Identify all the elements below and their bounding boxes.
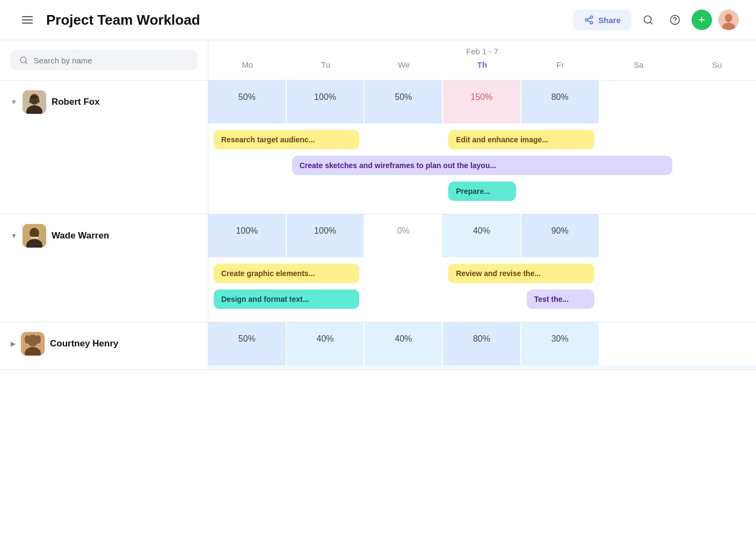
help-button[interactable]	[665, 10, 685, 30]
empty-su-1	[678, 128, 756, 151]
avatar-courtney-img	[21, 332, 45, 356]
person-row-courtney: ▶ Courtney Henry	[0, 322, 756, 365]
empty-mo-2	[208, 154, 287, 177]
task-spacer-wade	[0, 257, 208, 322]
search-box[interactable]	[11, 50, 197, 70]
wl-wade-fr: 90%	[521, 214, 600, 257]
share-icon	[584, 15, 594, 25]
chip-sketches[interactable]: Create sketches and wireframes to plan o…	[287, 154, 678, 177]
wl-robert-tu: 100%	[287, 81, 365, 124]
chip-edit[interactable]: Edit and enhance image...	[443, 128, 599, 151]
empty-su-2	[678, 154, 756, 177]
help-icon	[670, 15, 680, 25]
person-info-robert: ▼	[0, 81, 208, 124]
search-button[interactable]	[638, 10, 658, 30]
wl-courtney-fr: 30%	[521, 322, 600, 365]
task-line-wade-1: Create graphic elements... Review and re…	[208, 262, 756, 285]
wl-wade-we: 0%	[365, 214, 443, 257]
chevron-wade[interactable]: ▼	[11, 232, 17, 240]
svg-line-6	[650, 22, 652, 24]
chip-design[interactable]: Design and format text...	[208, 287, 365, 311]
empty-mo-3	[208, 179, 287, 203]
chip-graphic[interactable]: Create graphic elements...	[208, 262, 365, 285]
chevron-robert[interactable]: ▼	[11, 98, 17, 106]
task-line-robert-2: Create sketches and wireframes to plan o…	[208, 154, 756, 177]
wl-courtney-su	[678, 322, 756, 365]
workload-row-courtney: 50% 40% 40% 80% 30%	[208, 322, 756, 365]
day-we: We	[365, 58, 443, 76]
header: Project Team Workload Share +	[0, 0, 756, 40]
day-fr: Fr	[521, 58, 600, 76]
search-area	[0, 40, 208, 80]
name-robert: Robert Fox	[52, 97, 100, 107]
wl-courtney-we: 40%	[365, 322, 443, 365]
wl-wade-su	[678, 214, 756, 257]
chip-review[interactable]: Review and revise the...	[443, 262, 599, 285]
svg-rect-25	[31, 237, 38, 238]
day-su: Su	[678, 58, 756, 76]
chip-design-label: Design and format text...	[214, 290, 359, 309]
workload-row-wade: 100% 100% 0% 40% 90%	[208, 214, 756, 257]
empty-we-1	[365, 128, 443, 151]
share-button[interactable]: Share	[573, 10, 631, 30]
task-spacer-robert	[0, 124, 208, 214]
chip-research[interactable]: Research target audienc...	[208, 128, 365, 151]
tasks-robert: Research target audienc... Edit and enha…	[208, 124, 756, 214]
person-section-courtney: ▶ Courtney Henry	[0, 322, 756, 370]
share-label: Share	[598, 16, 621, 25]
svg-point-30	[35, 335, 41, 344]
empty-fr-3	[521, 179, 600, 203]
empty-sa-1	[600, 128, 678, 151]
avatar-robert-img	[23, 90, 46, 114]
wl-courtney-mo: 50%	[208, 322, 287, 365]
person-row-robert: ▼	[0, 81, 756, 124]
empty-we-w1	[365, 262, 443, 285]
empty-tu-3	[287, 179, 365, 203]
empty-su-w2	[678, 287, 756, 311]
user-avatar[interactable]	[718, 10, 739, 30]
person-section-robert: ▼	[0, 81, 756, 214]
wl-wade-mo: 100%	[208, 214, 287, 257]
empty-we-w2	[365, 287, 443, 311]
avatar-image	[718, 10, 739, 30]
svg-line-13	[25, 62, 27, 63]
search-box-icon	[19, 55, 28, 65]
avatar-wade	[23, 224, 46, 248]
calendar-header: Feb 1 - 7 Mo Tu We Th Fr Sa Su	[208, 40, 756, 80]
chip-edit-label: Edit and enhance image...	[448, 130, 594, 149]
chip-prepare-label: Prepare...	[448, 182, 516, 201]
menu-button[interactable]	[17, 10, 38, 30]
chip-graphic-label: Create graphic elements...	[214, 264, 359, 283]
chevron-courtney[interactable]: ▶	[11, 340, 16, 348]
wl-robert-fr: 80%	[521, 81, 600, 124]
chip-test[interactable]: Test the...	[521, 287, 600, 311]
header-left: Project Team Workload	[17, 10, 200, 30]
search-input[interactable]	[33, 56, 188, 65]
wl-wade-th: 40%	[443, 214, 521, 257]
avatar-robert	[23, 90, 46, 114]
chip-review-label: Review and revise the...	[448, 264, 594, 283]
task-area-robert: Research target audienc... Edit and enha…	[0, 124, 756, 214]
add-button[interactable]: +	[692, 10, 712, 30]
empty-sa-w1	[600, 262, 678, 285]
day-headers: Mo Tu We Th Fr Sa Su	[208, 58, 756, 76]
avatar-wade-img	[23, 224, 46, 248]
wl-robert-mo: 50%	[208, 81, 287, 124]
wl-courtney-tu: 40%	[287, 322, 365, 365]
svg-rect-18	[31, 96, 38, 99]
name-wade: Wade Warren	[52, 230, 109, 241]
empty-sa-3	[600, 179, 678, 203]
wl-wade-tu: 100%	[287, 214, 365, 257]
courtney-collapsed-hint	[0, 365, 756, 370]
empty-su-3	[678, 179, 756, 203]
day-th: Th	[443, 58, 521, 76]
tasks-wade: Create graphic elements... Review and re…	[208, 257, 756, 322]
day-mo: Mo	[208, 58, 287, 76]
person-section-wade: ▼ Wade Warren 100%	[0, 214, 756, 322]
chip-prepare[interactable]: Prepare...	[443, 179, 521, 203]
chip-sketches-label: Create sketches and wireframes to plan o…	[292, 156, 673, 175]
svg-line-3	[588, 20, 591, 22]
add-icon: +	[699, 13, 706, 27]
page-title: Project Team Workload	[46, 12, 200, 28]
main-area: Feb 1 - 7 Mo Tu We Th Fr Sa Su ▼	[0, 40, 756, 547]
